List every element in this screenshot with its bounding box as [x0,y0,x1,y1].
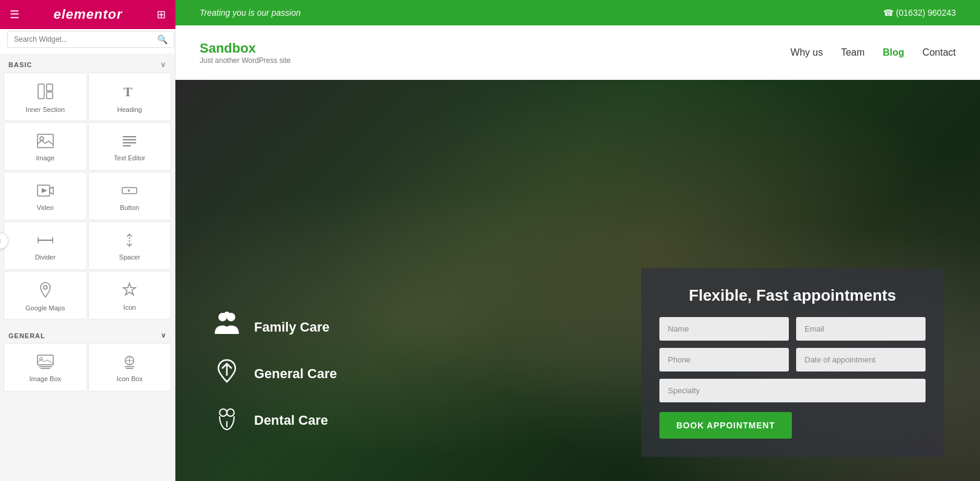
widget-spacer-label: Spacer [119,254,140,261]
email-field[interactable] [796,317,926,341]
widget-image-box[interactable]: Image Box [4,343,87,391]
nav-item-why-us[interactable]: Why us [791,47,823,58]
widget-button-label: Button [120,204,139,211]
hero-services: Family Care General Care [175,80,466,481]
family-care-label: Family Care [254,319,330,335]
hero-form-area: Flexible, Fast appointments BOOK APPOINT… [466,80,980,481]
widget-icon-label: Icon [123,304,136,311]
svg-rect-0 [38,84,44,99]
widget-text-editor[interactable]: Text Editor [88,122,172,171]
svg-rect-2 [47,92,53,99]
basic-section-label: BASIC [8,61,32,68]
site-logo-name: Sandbox [200,41,291,56]
icon-widget-icon [122,282,137,300]
image-icon [37,134,54,151]
divider-icon [37,233,54,250]
hero-content: Family Care General Care [175,80,980,481]
general-care-label: General Care [254,366,337,382]
widget-heading[interactable]: T Heading [88,73,172,121]
book-appointment-button[interactable]: BOOK APPOINTMENT [659,412,792,439]
svg-point-21 [39,358,42,361]
general-section-header[interactable]: GENERAL ∨ [0,326,175,343]
widget-inner-section[interactable]: Inner Section [4,73,87,121]
general-care-icon [212,358,242,390]
widget-search-area: 🔍 [0,25,175,54]
button-widget-icon [121,183,138,200]
appointment-form: Flexible, Fast appointments BOOK APPOINT… [641,268,944,457]
google-maps-icon [38,281,53,301]
nav-item-team[interactable]: Team [841,47,864,58]
widget-image-box-label: Image Box [29,375,61,382]
widget-icon-box-label: Icon Box [117,375,143,382]
form-row-phone-date [659,348,926,371]
widget-spacer[interactable]: Spacer [88,221,172,270]
widget-image-label: Image [36,154,54,162]
svg-point-17 [44,286,47,289]
widget-icon-box[interactable]: Icon Box [88,343,172,391]
widget-heading-label: Heading [117,106,142,113]
basic-section-header[interactable]: BASIC ∨ [0,54,175,73]
service-family-care: Family Care [212,311,442,343]
svg-rect-1 [47,84,53,91]
hero-section: Family Care General Care [175,80,980,481]
general-chevron-icon: ∨ [161,332,166,339]
widget-video[interactable]: Video [4,172,87,220]
site-logo: Sandbox Just another WordPress site [200,41,291,65]
form-title: Flexible, Fast appointments [659,286,926,305]
hamburger-menu-icon[interactable]: ☰ [10,8,19,21]
search-input[interactable] [7,31,174,48]
service-dental-care: Dental Care [212,404,442,436]
elementor-logo: elementor [53,7,122,22]
site-phone: ☎ (01632) 960243 [883,8,956,18]
widget-image[interactable]: Image [4,122,87,171]
svg-marker-11 [42,188,47,193]
text-editor-icon [121,134,138,151]
svg-point-31 [220,409,227,416]
nav-item-blog[interactable]: Blog [883,47,904,58]
family-care-icon [212,311,242,343]
icon-box-icon [121,355,138,371]
basic-widgets-grid: Inner Section T Heading [0,73,175,323]
inner-section-icon [37,83,54,102]
widget-text-editor-label: Text Editor [114,154,145,162]
specialty-field[interactable] [659,379,926,402]
name-field[interactable] [659,317,789,341]
widget-video-label: Video [37,204,54,211]
form-row-name-email [659,317,926,341]
grid-icon[interactable]: ⊞ [157,8,166,21]
general-section-label: GENERAL [8,332,45,339]
service-general-care: General Care [212,358,442,390]
date-field[interactable] [796,348,926,371]
widget-google-maps[interactable]: Google Maps [4,271,87,319]
video-icon [37,183,54,200]
spacer-icon [121,233,138,250]
general-widgets-grid: Image Box Icon Box [0,343,175,395]
svg-text:T: T [123,84,132,99]
elementor-topbar: ☰ elementor ⊞ [0,0,175,29]
search-button[interactable]: 🔍 [157,34,168,44]
svg-point-32 [227,409,234,416]
svg-point-29 [224,312,230,318]
site-logo-subtitle: Just another WordPress site [200,56,291,65]
widget-icon[interactable]: Icon [88,271,172,319]
dental-care-icon [212,404,242,436]
sidebar: ☰ elementor ⊞ ELEMENTS GLOBAL 🔍 BASIC ∨ [0,0,175,481]
widget-divider[interactable]: Divider [4,221,87,270]
site-navigation: Why us Team Blog Contact [791,47,956,58]
widget-google-maps-label: Google Maps [25,304,65,312]
nav-item-contact[interactable]: Contact [923,47,956,58]
image-box-icon [37,355,54,371]
svg-rect-4 [38,134,53,148]
widget-divider-label: Divider [35,254,56,261]
site-tagline: Treating you is our passion [200,8,301,18]
dental-care-label: Dental Care [254,413,328,428]
widget-inner-section-label: Inner Section [25,106,65,113]
widget-button[interactable]: Button [88,172,172,220]
phone-field[interactable] [659,348,789,371]
basic-chevron-icon: ∨ [160,61,166,69]
site-topbar: Treating you is our passion ☎ (01632) 96… [175,0,980,25]
site-header: Sandbox Just another WordPress site Why … [175,25,980,80]
content-area: Treating you is our passion ☎ (01632) 96… [175,0,980,481]
heading-icon: T [121,83,138,102]
